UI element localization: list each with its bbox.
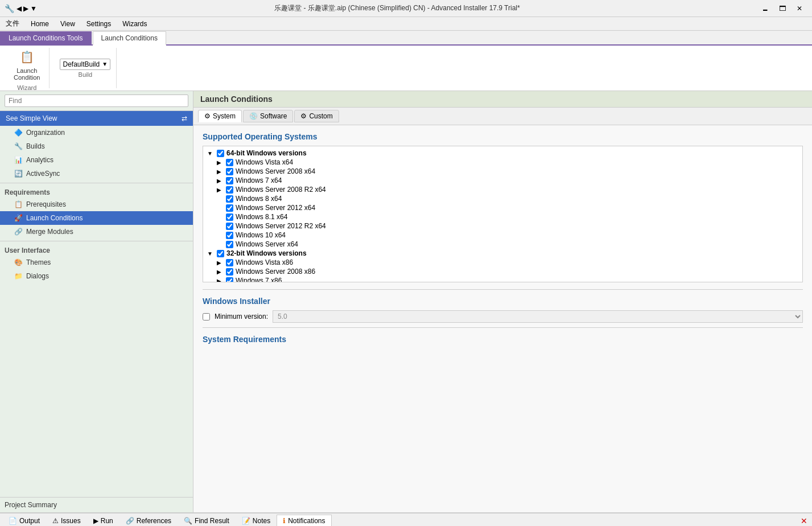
checkbox-win8-x64[interactable] [226,195,233,203]
bottom-tab-references[interactable]: 🔗 References [119,515,178,526]
tree-node-win8-x64[interactable]: Windows 8 x64 [215,194,800,203]
sidebar-item-prerequisites[interactable]: 📋 Prerequisites [0,198,193,211]
tree-node-winserver-x64[interactable]: Windows Server x64 [215,240,800,249]
sidebar-search-container [0,91,193,111]
find-result-tab-icon: 🔍 [184,517,192,525]
app-title: 乐趣课堂 - 乐趣课堂.aip (Chinese (Simplified) CN… [37,3,757,13]
bottom-tab-bar: 📄 Output ⚠ Issues ▶ Run 🔗 References 🔍 F… [0,513,812,526]
menu-view[interactable]: View [55,19,81,29]
sidebar-item-activesync[interactable]: 🔄 ActiveSync [0,167,193,180]
themes-icon: 🎨 [14,258,23,267]
sidebar-item-dialogs[interactable]: 📁 Dialogs [0,269,193,283]
label-vista-x86: Windows Vista x86 [236,258,293,266]
minimum-version-checkbox[interactable] [203,313,210,320]
tree-node-win81-x64[interactable]: Windows 8.1 x64 [215,212,800,221]
dropdown-arrow-icon[interactable]: ▼ [102,61,108,67]
menu-file[interactable]: 文件 [0,18,25,30]
label-64bit: 64-bit Windows versions [226,149,307,157]
user-interface-section-label: User Interface [0,244,193,256]
tree-node-vista-x64[interactable]: ▶ Windows Vista x64 [215,158,800,167]
run-tab-icon: ▶ [93,517,98,525]
project-summary-link[interactable]: Project Summary [0,497,193,512]
label-win7-x86: Windows 7 x86 [236,277,282,282]
checkbox-server2012r2-x64[interactable] [226,223,233,230]
expand-server2008-x64-icon: ▶ [215,169,224,175]
tree-node-win10-x64[interactable]: Windows 10 x64 [215,231,800,240]
checkbox-64bit[interactable] [217,150,224,157]
recent-icon[interactable]: ▼ [30,5,37,13]
minimum-version-select[interactable]: 5.0 [273,310,803,323]
checkbox-server2008-x86[interactable] [226,268,233,276]
maximize-button[interactable]: 🗖 [774,3,790,14]
tree-node-win7-x86[interactable]: ▶ Windows 7 x86 [215,276,800,282]
forward-icon[interactable]: ▶ [23,5,28,13]
bottom-panel-close-button[interactable]: ✕ [798,515,810,527]
tree-node-server2008-x86[interactable]: ▶ Windows Server 2008 x86 [215,267,800,276]
expand-32bit-icon[interactable]: ▼ [205,250,215,257]
tree-node-server2008-x64[interactable]: ▶ Windows Server 2008 x64 [215,167,800,176]
tab-system[interactable]: ⚙ System [198,110,242,122]
build-dropdown[interactable]: DefaultBuild ▼ [60,59,110,70]
checkbox-vista-x64[interactable] [226,159,233,166]
checkbox-32bit[interactable] [217,250,224,257]
checkbox-vista-x86[interactable] [226,259,233,266]
content-area: Launch Conditions ⚙ System 💿 Software ⚙ … [193,91,812,512]
checkbox-server2012-x64[interactable] [226,204,233,212]
menu-settings[interactable]: Settings [81,19,117,29]
software-tab-label: Software [260,112,287,120]
tab-launch-conditions-tools[interactable]: Launch Conditions Tools [0,31,92,44]
checkbox-win81-x64[interactable] [226,213,233,221]
system-tab-label: System [213,112,236,120]
content-header: Launch Conditions [193,91,812,108]
launch-condition-button[interactable]: 📋 LaunchCondition [10,46,43,83]
checkbox-server2008r2-x64[interactable] [226,186,233,194]
tree-node-server2012-x64[interactable]: Windows Server 2012 x64 [215,203,800,212]
search-input[interactable] [5,94,188,107]
minimize-button[interactable]: 🗕 [757,3,773,14]
sidebar-item-launch-conditions[interactable]: 🚀 Launch Conditions [0,211,193,225]
checkbox-win7-x86[interactable] [226,277,233,283]
sidebar-item-merge-modules[interactable]: 🔗 Merge Modules [0,225,193,239]
organization-label: Organization [26,129,65,137]
bottom-tab-notifications[interactable]: ℹ Notifications [277,515,331,526]
bottom-tab-notes[interactable]: 📝 Notes [236,515,277,526]
menu-home[interactable]: Home [25,19,55,29]
sidebar-item-analytics[interactable]: 📊 Analytics [0,153,193,167]
tab-software[interactable]: 💿 Software [243,110,293,122]
content-tabs: ⚙ System 💿 Software ⚙ Custom [193,108,812,125]
label-server2012-x64: Windows Server 2012 x64 [236,204,315,212]
checkbox-win7-x64[interactable] [226,177,233,184]
label-win7-x64: Windows 7 x64 [236,176,282,184]
simple-view-toggle[interactable]: See Simple View ⇄ [0,111,193,126]
tab-custom[interactable]: ⚙ Custom [294,110,339,122]
build-dropdown-value: DefaultBuild [63,60,100,68]
menu-wizards[interactable]: Wizards [117,19,152,29]
notes-tab-label: Notes [253,517,270,525]
bottom-tab-output[interactable]: 📄 Output [2,515,46,526]
tree-node-win7-x64[interactable]: ▶ Windows 7 x64 [215,176,800,185]
tree-node-server2012r2-x64[interactable]: Windows Server 2012 R2 x64 [215,221,800,231]
title-bar: 🔧 ◀ ▶ ▼ 乐趣课堂 - 乐趣课堂.aip (Chinese (Simpli… [0,0,812,17]
label-winserver-x64: Windows Server x64 [236,240,298,248]
prerequisites-label: Prerequisites [26,200,66,208]
bottom-tab-run[interactable]: ▶ Run [87,515,119,526]
sidebar-item-themes[interactable]: 🎨 Themes [0,256,193,269]
bottom-tab-issues[interactable]: ⚠ Issues [46,515,87,526]
expand-64bit-icon[interactable]: ▼ [205,150,215,157]
label-32bit: 32-bit Windows versions [226,249,307,257]
checkbox-winserver-x64[interactable] [226,241,233,248]
back-icon[interactable]: ◀ [17,5,22,13]
tab-launch-conditions[interactable]: Launch Conditions [93,31,166,46]
dialogs-icon: 📁 [14,272,23,281]
checkbox-win10-x64[interactable] [226,232,233,239]
checkbox-server2008-x64[interactable] [226,168,233,175]
tree-node-32bit-group[interactable]: ▼ 32-bit Windows versions [205,249,800,258]
tree-node-vista-x86[interactable]: ▶ Windows Vista x86 [215,258,800,267]
prerequisites-icon: 📋 [14,200,23,209]
tree-node-server2008r2-x64[interactable]: ▶ Windows Server 2008 R2 x64 [215,185,800,194]
sidebar-item-builds[interactable]: 🔧 Builds [0,139,193,153]
sidebar-item-organization[interactable]: 🔷 Organization [0,126,193,139]
tree-node-64bit-group[interactable]: ▼ 64-bit Windows versions [205,149,800,158]
close-button[interactable]: ✕ [792,3,807,14]
bottom-tab-find-result[interactable]: 🔍 Find Result [178,515,236,526]
